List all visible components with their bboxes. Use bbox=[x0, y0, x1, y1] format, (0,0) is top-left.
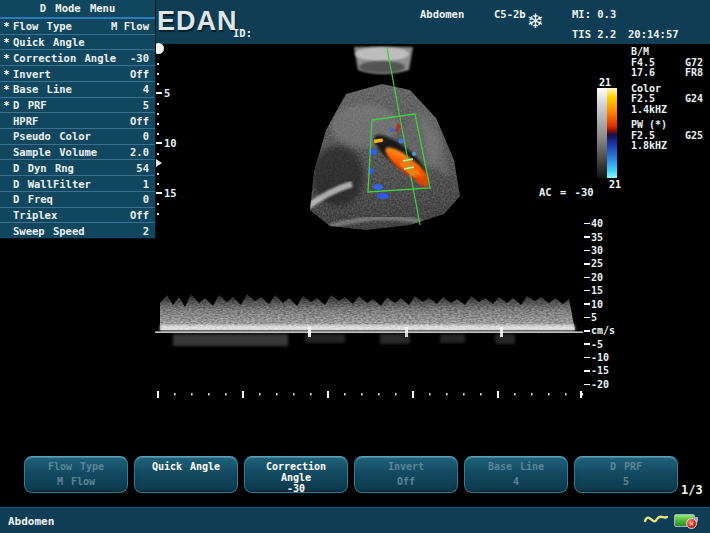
velocity-scale: 403530252015105cm/s-5-10-15-20 bbox=[584, 217, 628, 391]
velocity-label: 30 bbox=[584, 244, 628, 257]
acquisition-params: B/M F4.5 G72 17.6 FR8 Color F2.5 G24 bbox=[631, 47, 703, 152]
active-star: * bbox=[0, 83, 13, 95]
exam-preset: Abdomen bbox=[420, 8, 464, 20]
color-scale-top-value: 21 bbox=[599, 77, 611, 88]
menu-item[interactable]: D WallFilter 1 bbox=[0, 176, 155, 192]
menu-item-label: D PRF bbox=[13, 99, 143, 111]
depth-label: 5 bbox=[156, 68, 186, 118]
menu-item[interactable]: * Flow Type M Flow bbox=[0, 19, 155, 35]
velocity-label: 10 bbox=[584, 297, 628, 310]
softkey-button[interactable]: Invert Off bbox=[354, 456, 458, 493]
menu-item-value: -30 bbox=[130, 52, 155, 64]
menu-item-label: HPRF bbox=[13, 115, 130, 127]
pw-spectral-trace[interactable] bbox=[155, 285, 585, 400]
softkey-bar: Flow Type M Flow Quick Angle Correction … bbox=[24, 456, 678, 493]
menu-item-label: Correction Angle bbox=[13, 52, 130, 64]
patient-id-label: ID: bbox=[233, 27, 252, 39]
velocity-label: -20 bbox=[584, 378, 628, 391]
focus-marker bbox=[156, 159, 162, 167]
menu-item-value: 4 bbox=[143, 83, 155, 95]
active-star: * bbox=[0, 20, 13, 32]
menu-item[interactable]: * D PRF 5 bbox=[0, 98, 155, 114]
velocity-label: 15 bbox=[584, 284, 628, 297]
param-row: PW (*) bbox=[631, 120, 703, 131]
velocity-label: cm/s bbox=[584, 324, 628, 337]
softkey-page-indicator: 1/3 bbox=[681, 483, 703, 497]
param-left: F2.5 bbox=[631, 94, 655, 105]
menu-item-label: D Dyn Rng bbox=[13, 162, 136, 174]
param-row: B/M bbox=[631, 47, 703, 58]
clock: 20:14:57 bbox=[628, 28, 679, 40]
param-left: PW (*) bbox=[631, 120, 667, 131]
softkey-label: Flow Type bbox=[27, 461, 125, 472]
menu-item-value: Off bbox=[130, 209, 155, 221]
menu-item[interactable]: D Dyn Rng 54 bbox=[0, 160, 155, 176]
param-left: 1.4kHZ bbox=[631, 105, 667, 116]
softkey-label: Invert bbox=[357, 461, 455, 472]
param-right: G25 bbox=[685, 131, 703, 142]
velocity-label: 5 bbox=[584, 311, 628, 324]
softkey-button[interactable]: Quick Angle bbox=[134, 456, 238, 493]
menu-item[interactable]: Triplex Off bbox=[0, 208, 155, 224]
bmode-color-image[interactable] bbox=[270, 44, 480, 234]
color-scale-bottom-value: 21 bbox=[609, 179, 621, 190]
softkey-label: Correction Angle bbox=[247, 461, 345, 483]
menu-item-label: Flow Type bbox=[13, 20, 111, 32]
menu-item-label: Invert bbox=[13, 68, 130, 80]
menu-item-label: D WallFilter bbox=[13, 178, 143, 190]
menu-item[interactable]: Pseudo Color 0 bbox=[0, 129, 155, 145]
menu-item-label: Sample Volume bbox=[13, 146, 130, 158]
menu-item-value: 0 bbox=[143, 193, 155, 205]
param-row: 17.6 FR8 bbox=[631, 68, 703, 79]
menu-item[interactable]: * Invert Off bbox=[0, 66, 155, 82]
softkey-value: Off bbox=[357, 476, 455, 487]
depth-label: 15 bbox=[156, 168, 186, 218]
gray-map-bar bbox=[597, 88, 607, 178]
menu-title: D Mode Menu bbox=[0, 0, 155, 19]
freeze-icon: ❄ bbox=[527, 9, 544, 33]
softkey-button[interactable]: Flow Type M Flow bbox=[24, 456, 128, 493]
status-bar: Abdomen bbox=[0, 507, 710, 533]
param-right: G24 bbox=[685, 94, 703, 105]
menu-item[interactable]: Sample Volume 2.0 bbox=[0, 145, 155, 161]
active-star: * bbox=[0, 52, 13, 64]
softkey-label: Base Line bbox=[467, 461, 565, 472]
velocity-label: -15 bbox=[584, 364, 628, 377]
softkey-button[interactable]: Base Line 4 bbox=[464, 456, 568, 493]
edan-logo: EDAN bbox=[157, 6, 238, 37]
menu-item-label: Base Line bbox=[13, 83, 143, 95]
menu-item-label: Quick Angle bbox=[13, 36, 149, 48]
menu-item-list: * Flow Type M Flow * Quick Angle * Corre… bbox=[0, 19, 155, 238]
menu-item-value: 0 bbox=[143, 130, 155, 142]
param-row: 1.8kHZ bbox=[631, 141, 703, 152]
menu-item[interactable]: HPRF Off bbox=[0, 113, 155, 129]
menu-item[interactable]: * Correction Angle -30 bbox=[0, 50, 155, 66]
velocity-label: 25 bbox=[584, 257, 628, 270]
velocity-label: -5 bbox=[584, 338, 628, 351]
menu-item[interactable]: D Freq 0 bbox=[0, 192, 155, 208]
softkey-value: M Flow bbox=[27, 476, 125, 487]
param-right: FR8 bbox=[685, 68, 703, 79]
param-row: F2.5 G24 bbox=[631, 94, 703, 105]
param-row: 1.4kHZ bbox=[631, 105, 703, 116]
menu-item-label: Triplex bbox=[13, 209, 130, 221]
softkey-value: 5 bbox=[577, 476, 675, 487]
status-preset: Abdomen bbox=[8, 515, 54, 528]
softkey-button[interactable]: D PRF 5 bbox=[574, 456, 678, 493]
menu-item-label: D Freq bbox=[13, 193, 143, 205]
menu-item[interactable]: Sweep Speed 2 bbox=[0, 223, 155, 238]
menu-item[interactable]: * Base Line 4 bbox=[0, 82, 155, 98]
active-star: * bbox=[0, 36, 13, 48]
param-left: 1.8kHZ bbox=[631, 141, 667, 152]
param-left: B/M bbox=[631, 47, 649, 58]
softkey-button[interactable]: Correction Angle -30 bbox=[244, 456, 348, 493]
softkey-label: D PRF bbox=[577, 461, 675, 472]
menu-item[interactable]: * Quick Angle bbox=[0, 35, 155, 51]
wave-icon[interactable] bbox=[643, 511, 669, 527]
softkey-value: -30 bbox=[247, 483, 345, 494]
menu-item-value: 1 bbox=[143, 178, 155, 190]
angle-correction-readout: AC = -30 bbox=[539, 186, 594, 198]
spectral-baseline bbox=[155, 332, 583, 333]
ultrasound-screen: EDAN ID: Abdomen C5-2b ❄ MI: 0.3 TIS 2.2… bbox=[0, 0, 710, 533]
menu-item-value: M Flow bbox=[111, 20, 155, 32]
